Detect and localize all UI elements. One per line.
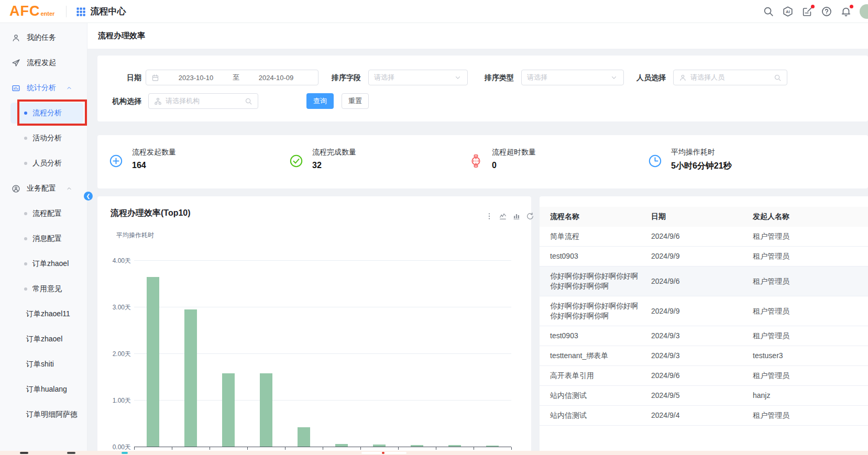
cell-process-name: 高开表单引用 bbox=[550, 371, 651, 381]
sidebar-item-label: 业务配置 bbox=[27, 184, 56, 193]
sort-field-select[interactable]: 请选择 bbox=[368, 70, 468, 85]
sidebar-item-订单明细阿萨德[interactable]: 订单明细阿萨德 bbox=[0, 402, 87, 427]
sidebar-item-订单shiti[interactable]: 订单shiti bbox=[0, 352, 87, 377]
bar-chart-icon[interactable] bbox=[512, 212, 521, 220]
sidebar-item-label: 订单zhaoel bbox=[32, 259, 69, 269]
clock-icon bbox=[648, 154, 662, 168]
query-button[interactable]: 查询 bbox=[306, 93, 334, 109]
table-row[interactable]: test09032024/9/3租户管理员 bbox=[540, 326, 868, 346]
y-tick-label: 1.00天 bbox=[101, 396, 131, 405]
cell-date: 2024/9/3 bbox=[651, 331, 753, 341]
table-row[interactable]: 站内信测试2024/9/4租户管理员 bbox=[540, 406, 868, 426]
cell-date: 2024/9/6 bbox=[651, 371, 753, 381]
sidebar-item-label: 我的任务 bbox=[27, 33, 56, 42]
axis-tick bbox=[436, 447, 436, 450]
sidebar-item-人员分析[interactable]: 人员分析 bbox=[0, 151, 87, 176]
chevron-down-icon bbox=[610, 74, 618, 82]
sidebar-item-label: 订单zhaoel bbox=[26, 335, 62, 344]
sidebar-item-订单zhaoel[interactable]: 订单zhaoel bbox=[0, 251, 87, 276]
config-icon bbox=[12, 184, 20, 193]
axis-tick bbox=[210, 447, 210, 450]
sidebar-item-label: 订单hualang bbox=[26, 385, 67, 394]
sidebar-item-常用意见[interactable]: 常用意见 bbox=[0, 276, 87, 302]
stat-label: 流程超时数量 bbox=[492, 148, 536, 157]
bell-icon[interactable] bbox=[840, 6, 852, 17]
sidebar-item-流程分析[interactable]: 流程分析 bbox=[0, 101, 87, 126]
sidebar-collapse-toggle[interactable]: ❮ bbox=[84, 192, 93, 201]
bar-tes... bbox=[184, 309, 197, 447]
bullet-dot bbox=[24, 112, 27, 115]
reset-button[interactable]: 重置 bbox=[342, 93, 369, 109]
search-icon[interactable] bbox=[763, 6, 774, 17]
table-row[interactable]: 你好啊你好啊你好啊你好啊你好啊你好啊你啊2024/9/9租户管理员 bbox=[540, 296, 868, 326]
refresh-icon[interactable] bbox=[526, 212, 534, 220]
sidebar-item-流程配置[interactable]: 流程配置 bbox=[0, 201, 87, 226]
sidebar-item-订单hualang[interactable]: 订单hualang bbox=[0, 377, 87, 402]
bullet-dot bbox=[24, 137, 27, 140]
chart-toolbar bbox=[485, 212, 548, 220]
stat-card-流程完成数量: 流程完成数量32 bbox=[289, 148, 356, 170]
help-icon[interactable] bbox=[821, 6, 832, 17]
sidebar-item-统计分析[interactable]: 统计分析 bbox=[0, 75, 87, 101]
table-row[interactable]: testtenant_绑表单2024/9/3testuser3 bbox=[540, 346, 868, 366]
axis-tick bbox=[511, 447, 512, 450]
cell-date: 2024/9/4 bbox=[651, 410, 753, 420]
org-picker-input[interactable]: 请选择机构 bbox=[148, 93, 258, 109]
logo-subtext: enter bbox=[41, 10, 55, 17]
bar-站内信... bbox=[411, 445, 423, 447]
table-row[interactable]: 简单流程2024/9/6租户管理员 bbox=[540, 227, 868, 247]
person-icon bbox=[679, 74, 687, 82]
cell-date: 2024/9/5 bbox=[651, 391, 753, 401]
sidebar-item-label: 流程配置 bbox=[32, 209, 62, 218]
more-dots-icon[interactable] bbox=[485, 212, 493, 220]
axis-tick bbox=[247, 447, 248, 450]
topbar-actions: AI bbox=[763, 0, 868, 23]
cell-process-name: 你好啊你好啊你好啊你好啊你好啊你好啊你啊 bbox=[550, 271, 651, 291]
sidebar-item-订单zhaoel11[interactable]: 订单zhaoel11 bbox=[0, 302, 87, 327]
sidebar-item-label: 订单shiti bbox=[26, 360, 54, 369]
org-label: 机构选择 bbox=[112, 93, 141, 109]
sidebar-item-活动分析[interactable]: 活动分析 bbox=[0, 126, 87, 151]
calendar-icon bbox=[151, 74, 159, 82]
app-logo[interactable]: AFC enter bbox=[9, 4, 54, 18]
ai-icon[interactable]: AI bbox=[782, 6, 794, 17]
line-chart-icon[interactable] bbox=[499, 212, 507, 220]
sidebar-item-订单zhaoel[interactable]: 订单zhaoel bbox=[0, 327, 87, 352]
table-row[interactable]: test09032024/9/9租户管理员 bbox=[540, 247, 868, 267]
bar-高开表... bbox=[373, 445, 386, 447]
background-window-strip bbox=[0, 451, 868, 455]
avatar[interactable] bbox=[860, 4, 868, 19]
cell-initiator: 租户管理员 bbox=[753, 331, 868, 341]
sidebar-item-我的任务[interactable]: 我的任务 bbox=[0, 25, 87, 50]
sidebar-item-业务配置[interactable]: 业务配置 bbox=[0, 176, 87, 201]
sidebar-item-消息配置[interactable]: 消息配置 bbox=[0, 226, 87, 251]
cell-initiator: 租户管理员 bbox=[753, 410, 868, 420]
axis-tick bbox=[134, 447, 135, 450]
bullet-dot bbox=[24, 212, 27, 215]
check-circle-icon bbox=[289, 154, 303, 168]
cell-process-name: 你好啊你好啊你好啊你好啊你好啊你好啊你啊 bbox=[550, 301, 651, 321]
person-picker-input[interactable]: 请选择人员 bbox=[673, 70, 787, 85]
sort-type-select[interactable]: 请选择 bbox=[521, 70, 624, 85]
process-table-panel: 流程名称日期发起人名称 简单流程2024/9/6租户管理员test0903202… bbox=[540, 196, 868, 455]
magnifier-icon bbox=[774, 74, 782, 82]
cell-date: 2024/9/9 bbox=[651, 251, 753, 261]
org-placeholder: 请选择机构 bbox=[166, 96, 200, 106]
cell-initiator: 租户管理员 bbox=[753, 251, 868, 261]
strip-speck bbox=[67, 452, 75, 454]
table-row[interactable]: 高开表单引用2024/9/6租户管理员 bbox=[540, 366, 868, 386]
y-tick-label: 3.00天 bbox=[101, 303, 131, 312]
stat-card-流程发起数量: 流程发起数量164 bbox=[109, 148, 176, 170]
topbar-divider bbox=[66, 6, 67, 17]
table-row[interactable]: 你好啊你好啊你好啊你好啊你好啊你好啊你啊2024/9/6租户管理员 bbox=[540, 267, 868, 296]
sidebar-item-label: 常用意见 bbox=[32, 284, 62, 294]
stats-panel: 流程发起数量164流程完成数量32流程超时数量0平均操作耗时5小时6分钟21秒 bbox=[97, 135, 868, 188]
table-row[interactable]: 站内信测试2024/9/5hanjz bbox=[540, 386, 868, 406]
date-range-input[interactable]: 2023-10-10 至 2024-10-09 bbox=[146, 70, 318, 85]
compose-icon[interactable] bbox=[801, 6, 813, 17]
date-start-value[interactable]: 2023-10-10 bbox=[159, 74, 233, 82]
bullet-dot bbox=[24, 262, 27, 265]
sidebar-item-流程发起[interactable]: 流程发起 bbox=[0, 50, 87, 75]
top-bar: AFC enter 流程中心 AI bbox=[0, 0, 868, 23]
date-end-value[interactable]: 2024-10-09 bbox=[239, 74, 313, 82]
